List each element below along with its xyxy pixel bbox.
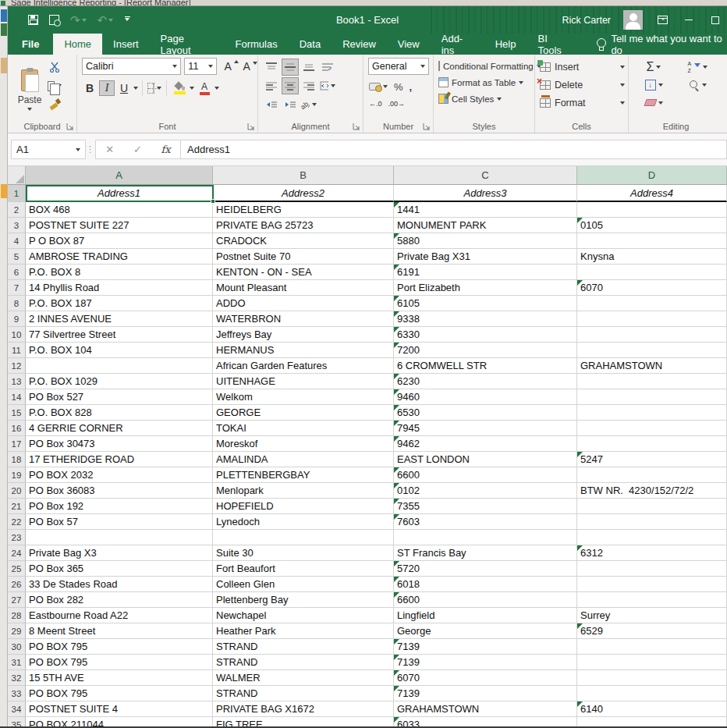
cell-d23[interactable] — [577, 530, 727, 545]
underline-caret-icon[interactable] — [133, 87, 138, 90]
format-cells-button[interactable]: Format — [540, 94, 625, 112]
cell-b16[interactable]: TOKAI — [213, 421, 394, 436]
cell-c4[interactable]: 5880 — [394, 233, 577, 249]
paste-button[interactable]: Paste — [12, 58, 47, 117]
number-dialog-launcher[interactable] — [423, 123, 431, 130]
cell-a27[interactable]: PO Box 282 — [26, 592, 213, 608]
cell-b33[interactable]: STRAND — [213, 686, 394, 701]
grow-font-button[interactable]: A — [220, 59, 236, 74]
cell-b32[interactable]: WALMER — [213, 670, 394, 686]
cell-a30[interactable]: PO BOX 795 — [26, 639, 213, 655]
cell-a10[interactable]: 77 Silvertree Street — [26, 327, 213, 343]
formula-bar-grip[interactable]: ⋮ — [86, 144, 95, 154]
cell-b9[interactable]: WATERBRON — [213, 311, 394, 327]
cell-a6[interactable]: P.O. BOX 8 — [26, 265, 213, 280]
enter-button[interactable]: ✓ — [133, 144, 142, 155]
row-header-30[interactable]: 30 — [8, 639, 26, 655]
cell-a22[interactable]: PO Box 57 — [26, 514, 213, 530]
cell-d20[interactable]: BTW NR. 4230/152/72/2 — [577, 483, 727, 499]
cell-d32[interactable] — [577, 670, 727, 686]
tab-page-layout[interactable]: Page Layout — [150, 34, 225, 55]
number-format-combobox[interactable]: General — [368, 58, 429, 75]
font-size-combobox[interactable]: 11 — [184, 58, 217, 75]
fill-button[interactable]: ↓ — [633, 79, 674, 91]
row-header-18[interactable]: 18 — [8, 452, 26, 467]
cell-d27[interactable] — [577, 592, 727, 608]
minimize-button[interactable] — [682, 13, 696, 27]
cell-c27[interactable]: 6600 — [394, 592, 577, 608]
row-header-25[interactable]: 25 — [8, 561, 26, 577]
cell-d30[interactable] — [577, 639, 727, 655]
cell-c32[interactable]: 6070 — [394, 670, 577, 686]
tab-add-ins[interactable]: Add-ins — [431, 34, 484, 55]
cell-b34[interactable]: PRIVATE BAG X1672 — [213, 701, 394, 717]
cell-b6[interactable]: KENTON - ON - SEA — [213, 265, 394, 280]
tab-home[interactable]: Home — [53, 34, 102, 55]
row-header-9[interactable]: 9 — [8, 311, 26, 327]
tab-review[interactable]: Review — [332, 34, 387, 55]
cell-b27[interactable]: Plettenberg Bay — [213, 592, 394, 608]
cell-b22[interactable]: Lynedoch — [213, 514, 394, 530]
cell-c9[interactable]: 9338 — [394, 311, 577, 327]
cell-a7[interactable]: 14 Phyllis Road — [26, 280, 213, 296]
cell-b21[interactable]: HOPEFIELD — [213, 499, 394, 514]
print-preview-button[interactable] — [49, 15, 59, 25]
cell-d17[interactable] — [577, 436, 727, 452]
cell-d2[interactable] — [577, 202, 727, 218]
merge-center-button[interactable] — [319, 77, 336, 94]
cell-a17[interactable]: PO Box 30473 — [26, 436, 213, 452]
cell-a11[interactable]: P.O. BOX 104 — [26, 343, 213, 358]
conditional-formatting-button[interactable]: Conditional Formatting — [438, 58, 531, 74]
find-select-button[interactable] — [677, 79, 718, 91]
cell-c19[interactable]: 6600 — [394, 467, 577, 483]
cell-b25[interactable]: Fort Beaufort — [213, 561, 394, 577]
cell-d29[interactable]: 6529 — [577, 623, 727, 639]
cell-a3[interactable]: POSTNET SUITE 227 — [26, 218, 213, 233]
cell-a28[interactable]: Eastbourne Road A22 — [26, 608, 213, 623]
decrease-decimal-button[interactable]: .00→ — [388, 99, 406, 108]
cell-a4[interactable]: P O BOX 87 — [26, 233, 213, 249]
row-header-27[interactable]: 27 — [8, 592, 26, 608]
alignment-dialog-launcher[interactable] — [353, 123, 360, 130]
row-header-29[interactable]: 29 — [8, 623, 26, 639]
font-dialog-launcher[interactable] — [247, 123, 255, 130]
decrease-indent-button[interactable] — [263, 96, 280, 113]
row-header-10[interactable]: 10 — [8, 327, 26, 343]
cell-b10[interactable]: Jeffreys Bay — [213, 327, 394, 343]
comma-style-button[interactable]: , — [409, 80, 413, 94]
avatar[interactable] — [623, 10, 643, 30]
cell-b1[interactable]: Address2 — [213, 185, 394, 202]
fill-color-button[interactable] — [171, 80, 188, 97]
format-as-table-button[interactable]: Format as Table — [438, 74, 531, 91]
cell-c22[interactable]: 7603 — [394, 514, 577, 530]
row-header-17[interactable]: 17 — [8, 436, 26, 452]
save-button[interactable] — [28, 15, 38, 25]
sort-filter-button[interactable]: AZ — [677, 60, 718, 74]
cell-c8[interactable]: 6105 — [394, 296, 577, 311]
font-color-button[interactable]: A — [196, 80, 213, 97]
cell-c18[interactable]: EAST LONDON — [394, 452, 577, 467]
tell-me-box[interactable]: Tell me what you want to do — [596, 34, 727, 55]
cell-c12[interactable]: 6 CROMWELL STR — [394, 358, 577, 374]
cell-b7[interactable]: Mount Pleasant — [213, 280, 394, 296]
cell-a20[interactable]: PO Box 36083 — [26, 483, 213, 499]
cell-c17[interactable]: 9462 — [394, 436, 577, 452]
cell-c28[interactable]: Lingfield — [394, 608, 577, 623]
row-header-15[interactable]: 15 — [8, 405, 26, 421]
maximize-button[interactable] — [708, 13, 722, 27]
tab-formulas[interactable]: Formulas — [225, 34, 289, 55]
cell-a33[interactable]: PO BOX 795 — [26, 686, 213, 701]
delete-cells-button[interactable]: Delete — [540, 76, 625, 94]
cell-d15[interactable] — [577, 405, 727, 421]
cut-button[interactable] — [47, 59, 62, 75]
cell-d4[interactable] — [577, 233, 727, 249]
row-header-16[interactable]: 16 — [8, 421, 26, 436]
name-box[interactable]: A1 — [11, 140, 86, 159]
row-header-33[interactable]: 33 — [8, 686, 26, 701]
row-header-5[interactable]: 5 — [8, 249, 26, 265]
cell-c33[interactable]: 7139 — [394, 686, 577, 701]
cell-a24[interactable]: Private Bag X3 — [26, 545, 213, 561]
cell-d18[interactable]: 5247 — [577, 452, 727, 467]
cell-b11[interactable]: HERMANUS — [213, 343, 394, 358]
cell-d13[interactable] — [577, 374, 727, 389]
